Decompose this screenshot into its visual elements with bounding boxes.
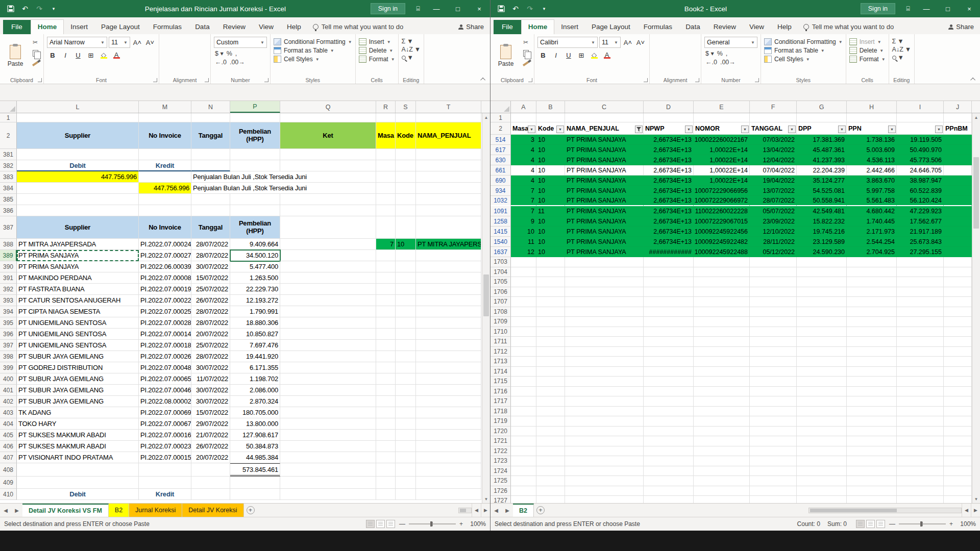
cell-C1720[interactable] [565, 427, 644, 437]
insert-button[interactable]: Insert▼ [359, 38, 395, 45]
cell-T386[interactable] [416, 205, 481, 216]
cell-F1705[interactable] [750, 277, 797, 287]
cell-H1706[interactable] [847, 287, 897, 297]
cell-A1721[interactable] [511, 436, 536, 446]
cell-H1710[interactable] [847, 327, 897, 337]
close-button[interactable]: × [469, 0, 490, 17]
tab-home[interactable]: Home [521, 19, 555, 34]
cell-E1706[interactable] [694, 287, 750, 297]
select-all-corner[interactable] [491, 101, 511, 113]
column-header-S[interactable]: S [396, 101, 416, 113]
cell-G1715[interactable] [797, 377, 847, 387]
row-header-397[interactable]: 397 [0, 340, 17, 351]
font-size-combo[interactable]: 11▼ [599, 37, 621, 48]
cell-I1720[interactable] [897, 427, 944, 437]
cell-R409[interactable] [376, 477, 396, 489]
cell-M393[interactable]: PI.2022.07.00022 [139, 295, 191, 306]
column-header-I[interactable]: I [897, 101, 944, 113]
cell-C1721[interactable] [565, 436, 644, 446]
cell-T389[interactable] [416, 250, 481, 261]
cell-Q382[interactable] [280, 160, 376, 171]
row-header-1032[interactable]: 1032 [491, 196, 511, 206]
cell-P410[interactable] [230, 489, 280, 500]
cell-H1718[interactable] [847, 407, 897, 417]
format-painter-icon[interactable] [30, 59, 40, 68]
cell-L390[interactable]: PT PRIMA SANJAYA [17, 261, 139, 272]
cell-S393[interactable] [396, 295, 416, 306]
cell-A2[interactable]: Masa▼ [511, 122, 536, 135]
cell-F1710[interactable] [750, 327, 797, 337]
qat-customize-icon[interactable]: ▾ [537, 3, 551, 15]
decrease-decimal-icon[interactable]: .00→ [720, 59, 736, 66]
tell-me-box[interactable]: Tell me what you want to do [798, 20, 899, 34]
filter-dropdown-icon-B[interactable]: ▼ [556, 126, 564, 133]
row-header-2[interactable]: 2 [0, 122, 17, 149]
format-as-table-button[interactable]: Format as Table▼ [274, 47, 352, 54]
cell-F1720[interactable] [750, 427, 797, 437]
increase-decimal-icon[interactable]: ←.0 [215, 59, 227, 66]
cell-R407[interactable] [376, 452, 396, 463]
cell-R410[interactable] [376, 489, 396, 500]
cell-R390[interactable] [376, 261, 396, 272]
cell-N408[interactable] [191, 463, 230, 477]
cell-F661[interactable]: 07/04/2022 [750, 165, 797, 176]
cell-B514[interactable]: 10 [536, 135, 565, 145]
dialog-launcher-icon[interactable] [644, 78, 648, 82]
cell-D690[interactable]: 2,66734E+13 [644, 176, 694, 186]
cell-H1726[interactable] [847, 486, 897, 496]
cell-H1721[interactable] [847, 436, 897, 446]
cell-J1712[interactable] [944, 347, 972, 357]
cell-B1720[interactable] [536, 427, 565, 437]
cell-E934[interactable]: 100072229066956 [694, 186, 750, 196]
cell-M401[interactable]: PI.2022.07.00046 [139, 385, 191, 396]
qat-customize-icon[interactable]: ▾ [47, 3, 60, 15]
cell-R403[interactable] [376, 407, 396, 418]
cell-D1714[interactable] [644, 367, 694, 377]
cell-B1714[interactable] [536, 367, 565, 377]
cell-M409[interactable] [139, 477, 191, 489]
cell-D1[interactable] [644, 113, 694, 122]
cell-M386[interactable] [139, 205, 191, 216]
cell-J1709[interactable] [944, 317, 972, 327]
cell-L394[interactable]: PT CIPTA NIAGA SEMESTA [17, 306, 139, 317]
cell-I1714[interactable] [897, 367, 944, 377]
cell-T384[interactable] [416, 183, 481, 194]
cell-M387[interactable]: No Invoice [139, 216, 191, 239]
cell-T395[interactable] [416, 317, 481, 329]
tab-insert[interactable]: Insert [554, 20, 585, 34]
cell-D1708[interactable] [644, 307, 694, 317]
row-header-1708[interactable]: 1708 [491, 307, 511, 317]
cell-T381[interactable] [416, 149, 481, 160]
grow-font-button[interactable]: A˄ [622, 37, 633, 47]
column-header-A[interactable]: A [511, 101, 536, 113]
cell-C1540[interactable]: PT PRIMA SANJAYA [565, 237, 644, 247]
cell-S385[interactable] [396, 194, 416, 205]
cell-P381[interactable] [230, 149, 280, 160]
cell-H1711[interactable] [847, 337, 897, 347]
cell-L384[interactable] [17, 183, 139, 194]
cell-C617[interactable]: PT PRIMA SANJAYA [565, 145, 644, 155]
row-header-1725[interactable]: 1725 [491, 476, 511, 486]
cell-N406[interactable]: 26/07/2022 [191, 441, 230, 452]
row-header-1721[interactable]: 1721 [491, 436, 511, 446]
cell-N390[interactable]: 30/07/2022 [191, 261, 230, 272]
cell-D1727[interactable] [644, 496, 694, 503]
row-header-406[interactable]: 406 [0, 441, 17, 452]
row-header-1716[interactable]: 1716 [491, 387, 511, 397]
shrink-font-button[interactable]: A˅ [144, 37, 156, 47]
zoom-in-icon[interactable]: + [459, 520, 463, 528]
cell-E1720[interactable] [694, 427, 750, 437]
cell-L392[interactable]: PT FASTRATA BUANA [17, 284, 139, 295]
save-icon[interactable] [4, 3, 17, 15]
cell-H1720[interactable] [847, 427, 897, 437]
dialog-launcher-icon[interactable] [755, 78, 759, 82]
cell-C1705[interactable] [565, 277, 644, 287]
cell-B934[interactable]: 10 [536, 186, 565, 196]
row-header-1091[interactable]: 1091 [491, 206, 511, 216]
row-header-408[interactable]: 408 [0, 463, 17, 477]
cell-D1707[interactable] [644, 297, 694, 307]
cell-D1703[interactable] [644, 257, 694, 267]
cell-I1713[interactable] [897, 357, 944, 367]
cell-F514[interactable]: 07/03/2022 [750, 135, 797, 145]
scroll-down-arrow[interactable]: ▼ [972, 495, 980, 503]
